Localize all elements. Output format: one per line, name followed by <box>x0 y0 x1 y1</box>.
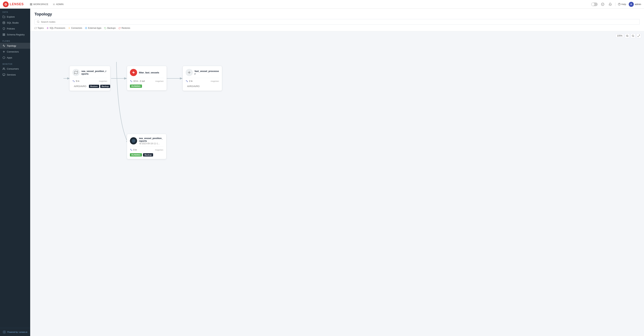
node-backup[interactable]: sea_vessel_position_reports -B-2023-09-1… <box>127 134 166 159</box>
footer-link[interactable]: Lenses.io <box>19 331 27 333</box>
backup-btn[interactable]: Backup <box>143 153 153 156</box>
sidebar-item-policies[interactable]: Policies <box>0 26 30 32</box>
node-header: sea_vessel_position_reports <box>70 66 110 78</box>
sidebar-item-apps[interactable]: Apps <box>0 55 30 61</box>
node-title-wrap: sea_vessel_position_reports -B-2023-09-1… <box>139 137 163 145</box>
svg-point-25 <box>37 21 39 23</box>
folder-icon <box>2 16 5 18</box>
admin-link[interactable]: ADMIN <box>51 2 66 7</box>
filter-sql[interactable]: SQL Processors <box>46 27 65 29</box>
sidebar-item-label: Topology <box>7 45 16 47</box>
lightning-icon <box>132 71 135 74</box>
sidebar-item-label: Consumers <box>7 68 19 70</box>
svg-line-51 <box>634 36 634 37</box>
topnav-links: WORKSPACE ADMIN <box>28 2 65 7</box>
node-footer: RUNNING Backup <box>127 152 166 159</box>
workspace-label: WORKSPACE <box>33 3 48 6</box>
restore-btn[interactable]: Restore <box>89 85 99 88</box>
svg-point-6 <box>54 4 54 5</box>
svg-line-26 <box>39 22 39 23</box>
layout: DATA Explore SQL Studio Policies Schema … <box>0 9 644 336</box>
filter-label: Restores <box>122 27 130 29</box>
help-label: Help <box>621 3 626 6</box>
main-header: Topology Topics SQL Processors <box>30 9 644 31</box>
filter-label: External Apps <box>88 27 101 29</box>
running-badge: RUNNING <box>130 85 142 88</box>
sidebar-item-label: Explore <box>7 16 15 18</box>
stat-value: 2 in <box>189 80 192 82</box>
search-bar <box>34 19 640 25</box>
connectors-icon <box>2 50 5 53</box>
sidebar-item-schema-registry[interactable]: Schema Registry <box>0 32 30 38</box>
user-label: admin <box>635 3 641 6</box>
zoom-out-btn[interactable] <box>631 34 636 38</box>
sidebar-item-sql-studio[interactable]: SQL Studio <box>0 20 30 26</box>
logo[interactable]: LENSES <box>3 2 24 7</box>
bell-icon-btn[interactable] <box>608 2 613 7</box>
svg-rect-14 <box>4 35 5 36</box>
svg-rect-5 <box>31 5 32 5</box>
svg-point-10 <box>3 22 5 22</box>
section-label-monitor: MONITOR <box>0 61 30 66</box>
search-icon <box>37 21 40 23</box>
backup-btn[interactable]: Backup <box>100 85 110 88</box>
svg-line-47 <box>628 36 628 37</box>
page-title: Topology <box>34 12 640 17</box>
sidebar-item-label: Policies <box>7 27 15 30</box>
node-stats: 10 in - 2 out msgs/sec <box>127 78 166 84</box>
footer-icon <box>2 330 6 334</box>
node-icon <box>72 69 80 76</box>
sidebar-item-explore[interactable]: Explore <box>0 14 30 20</box>
sidebar: DATA Explore SQL Studio Policies Schema … <box>0 9 30 336</box>
sidebar-item-connectors[interactable]: Connectors <box>0 49 30 55</box>
node-title: fast_vessel_processor <box>194 70 219 75</box>
sidebar-item-label: Schema Registry <box>7 33 24 36</box>
svg-rect-4 <box>30 5 31 5</box>
svg-point-15 <box>4 52 4 52</box>
transfer-icon <box>72 80 75 82</box>
node-footer: AVRO/AVRO Restore Backup <box>70 84 110 91</box>
node-sea-vessel[interactable]: sea_vessel_position_reports 9 in msgs/se… <box>69 66 110 91</box>
zoom-controls: 105% <box>616 34 641 38</box>
help-link[interactable]: Help <box>618 3 626 6</box>
zoom-level: 105% <box>616 34 624 38</box>
sidebar-item-consumers[interactable]: Consumers <box>0 66 30 72</box>
filter-external-apps[interactable]: External Apps <box>85 27 101 29</box>
sidebar-item-services[interactable]: Services <box>0 72 30 78</box>
services-icon <box>2 73 5 76</box>
svg-marker-38 <box>74 71 78 74</box>
avro-badge: AVRO/AVRO <box>72 85 88 88</box>
search-wrap <box>34 19 640 25</box>
external-apps-icon <box>85 27 87 29</box>
node-title: sea_vessel_position_reports <box>82 70 107 75</box>
topology-icon <box>2 45 5 47</box>
stat-unit: msgs/sec <box>155 149 163 151</box>
svg-marker-27 <box>35 27 37 29</box>
workspace-link[interactable]: WORKSPACE <box>28 2 50 7</box>
topology-arrows <box>30 31 644 336</box>
backups-icon <box>104 27 106 29</box>
grid-icon <box>2 33 5 36</box>
check-icon-btn[interactable] <box>600 2 605 7</box>
node-fast-vessel-processor[interactable]: fast_vessel_processor 2 in msgs/sec AVRO… <box>182 66 222 91</box>
shield-icon <box>2 27 5 30</box>
fullscreen-btn[interactable] <box>636 34 641 38</box>
admin-label: ADMIN <box>56 3 64 6</box>
zoom-in-btn[interactable] <box>625 34 630 38</box>
filter-restores[interactable]: Restores <box>118 27 130 29</box>
node-filter-fast-vessels[interactable]: filter_fast_vessels 10 in - 2 out msgs/s… <box>127 66 167 91</box>
filter-label: Connectors <box>71 27 82 29</box>
svg-rect-21 <box>3 74 5 75</box>
topics-icon <box>34 27 37 29</box>
stat-value: 0 in <box>133 149 137 151</box>
apps-icon <box>2 56 5 59</box>
node-footer: AVRO/AVRO <box>183 84 222 91</box>
filter-backups[interactable]: Backups <box>104 27 116 29</box>
svg-rect-3 <box>31 3 32 4</box>
user-menu[interactable]: A admin <box>629 2 641 7</box>
filter-connectors[interactable]: Connectors <box>68 27 82 29</box>
search-input[interactable] <box>41 21 637 23</box>
theme-toggle[interactable] <box>591 3 598 6</box>
filter-topics[interactable]: Topics <box>34 27 44 29</box>
sidebar-item-topology[interactable]: Topology <box>0 43 30 49</box>
